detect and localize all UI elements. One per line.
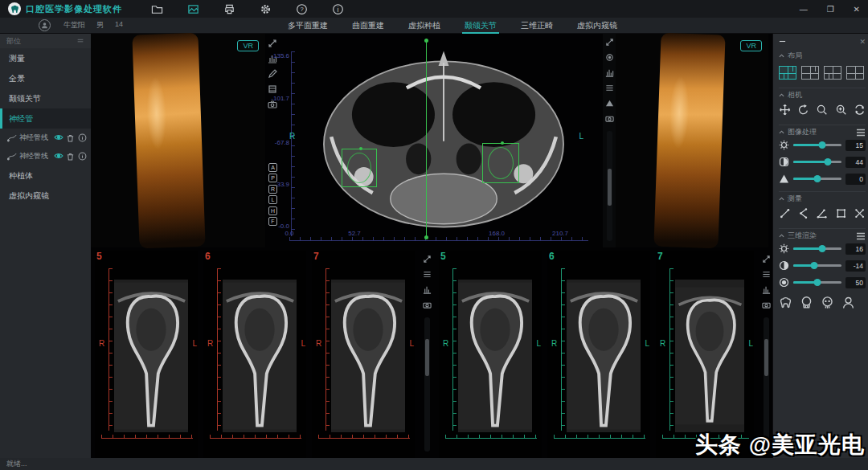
slider-thumb[interactable] (814, 175, 821, 182)
chevron-up-icon[interactable] (779, 93, 784, 97)
sidebar-item-tmj[interactable]: 颞颌关节 (0, 88, 91, 108)
measure-line-icon[interactable] (779, 207, 791, 220)
preset-skull-icon[interactable] (821, 296, 834, 309)
tmj-roi-right[interactable] (482, 143, 519, 183)
tmj-slice-view[interactable]: 6 R L (203, 251, 306, 458)
orientation-h-button[interactable]: H (268, 206, 277, 215)
tmj-roi-left[interactable] (342, 149, 377, 187)
camera-icon[interactable] (423, 300, 432, 309)
delete-trash-icon[interactable] (66, 152, 76, 161)
triangle-icon[interactable] (605, 99, 614, 108)
tmj-slice-view[interactable]: 5 R L (439, 251, 542, 458)
orientation-r-button[interactable]: R (268, 185, 277, 194)
layout-grid-4-button[interactable] (846, 66, 864, 80)
tmj-slice-view[interactable]: 6 R L (547, 251, 650, 458)
minimize-button[interactable]: — (800, 5, 808, 14)
camera-icon[interactable] (605, 114, 614, 123)
tab-mpr[interactable]: 多平面重建 (276, 18, 340, 34)
expand-icon[interactable] (605, 38, 614, 47)
sidebar-item-nerve-canal[interactable]: 神经管 (0, 108, 91, 129)
tmj-slice-view[interactable]: 5 R L (95, 251, 198, 458)
help-icon[interactable]: ? (296, 3, 308, 15)
info-circle-icon[interactable] (78, 152, 88, 161)
slider-thumb[interactable] (811, 262, 818, 269)
sidebar-item-implant[interactable]: 种植体 (0, 166, 91, 186)
vr-view-right[interactable]: VR (616, 34, 768, 247)
tab-virtual-implant[interactable]: 虚拟种植 (396, 18, 452, 34)
rotate-tool-icon[interactable] (797, 104, 809, 116)
preset-list-icon[interactable] (856, 232, 866, 240)
layout-grid-1-button[interactable] (779, 66, 796, 80)
render-opacity-slider[interactable] (793, 281, 841, 284)
midline-annotation[interactable] (426, 39, 427, 239)
slider-thumb[interactable] (819, 245, 826, 252)
menu-lines-icon[interactable] (423, 270, 432, 279)
panel-collapse-icon[interactable] (779, 38, 786, 45)
zoom-window-tool-icon[interactable] (835, 104, 847, 116)
patient-avatar[interactable] (39, 19, 51, 31)
tmj-slice-view[interactable]: 7 R L (656, 251, 754, 458)
vr-mode-badge[interactable]: VR (740, 40, 762, 51)
histogram-icon[interactable] (423, 285, 432, 294)
measure-rectangle-icon[interactable] (835, 207, 847, 220)
slice-scrollbar[interactable] (607, 131, 612, 241)
slider-thumb[interactable] (814, 279, 821, 286)
brightness-slider[interactable] (793, 144, 841, 146)
menu-lines-icon[interactable] (762, 270, 771, 279)
nerve-canal-row[interactable]: 神经管线 (0, 147, 91, 166)
scrollbar-thumb[interactable] (764, 339, 768, 376)
slider-thumb[interactable] (819, 141, 826, 149)
measure-clear-icon[interactable] (854, 207, 866, 220)
layers-icon[interactable] (268, 84, 277, 94)
preset-tooth-icon[interactable] (779, 296, 792, 309)
zoom-tool-icon[interactable] (816, 104, 828, 116)
tab-tmj[interactable]: 颞颌关节 (452, 18, 509, 34)
scrollbar-thumb[interactable] (425, 339, 429, 376)
scrollbar-thumb[interactable] (608, 169, 612, 206)
contrast-slider[interactable] (793, 161, 841, 163)
preset-skull-jaw-icon[interactable] (800, 296, 813, 309)
chevron-up-icon[interactable] (779, 130, 784, 134)
panel-close-icon[interactable]: ✕ (859, 38, 866, 46)
sidebar-item-virtual-endoscope[interactable]: 虚拟内窥镜 (0, 186, 91, 206)
tab-3d-ortho[interactable]: 三维正畸 (509, 18, 565, 34)
sharpness-slider[interactable] (793, 178, 841, 180)
pan-tool-icon[interactable] (779, 104, 791, 116)
orientation-a-button[interactable]: A (268, 163, 277, 172)
menu-lines-icon[interactable] (605, 84, 614, 92)
sidebar-collapse-icon[interactable] (76, 37, 84, 45)
close-button[interactable]: ✕ (854, 5, 860, 14)
preset-soft-tissue-icon[interactable] (841, 296, 855, 309)
tab-virtual-endoscope[interactable]: 虚拟内窥镜 (565, 18, 629, 34)
slider-thumb[interactable] (825, 158, 832, 166)
sidebar-item-measure[interactable]: 测量 (0, 48, 91, 68)
axial-ct-view[interactable]: -135.6 -101.7 -67.8 -33.9 -0.0 0.0 52.7 … (265, 34, 603, 247)
slice-scrollbar[interactable] (424, 317, 430, 452)
expand-icon[interactable] (762, 255, 771, 264)
info-circle-icon[interactable] (78, 133, 88, 143)
visibility-eye-icon[interactable] (54, 152, 63, 161)
chevron-up-icon[interactable] (779, 197, 784, 201)
vr-view-left[interactable]: VR (91, 34, 265, 247)
info-icon[interactable]: i (332, 3, 344, 15)
histogram-icon[interactable] (605, 68, 614, 77)
maximize-button[interactable]: ❐ (827, 5, 834, 14)
pencil-icon[interactable] (268, 69, 277, 79)
layout-grid-2-button[interactable] (801, 66, 819, 80)
settings-gear-icon[interactable] (260, 3, 272, 15)
preset-list-icon[interactable] (856, 129, 866, 137)
histogram-icon[interactable] (762, 285, 771, 294)
visibility-eye-icon[interactable] (54, 133, 63, 143)
vr-mode-badge[interactable]: VR (237, 40, 259, 51)
folder-icon[interactable] (151, 3, 163, 15)
delete-trash-icon[interactable] (66, 133, 76, 143)
print-icon[interactable] (223, 3, 235, 15)
chevron-up-icon[interactable] (779, 54, 784, 58)
render-brightness-slider[interactable] (793, 247, 841, 250)
camera-icon[interactable] (762, 300, 771, 309)
reset-view-tool-icon[interactable] (854, 104, 866, 116)
orientation-l-button[interactable]: L (268, 195, 277, 204)
render-contrast-slider[interactable] (793, 264, 841, 267)
chevron-up-icon[interactable] (779, 234, 784, 238)
expand-icon[interactable] (268, 39, 277, 48)
